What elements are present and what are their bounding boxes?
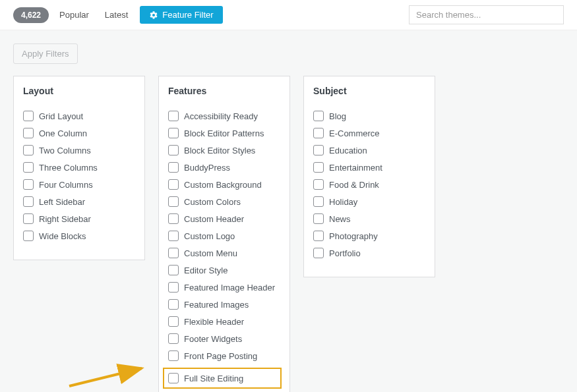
filter-option-label: Full Site Editing [184,374,243,383]
filter-option-label: Right Sidebar [39,214,91,224]
filter-option-label: Education [329,146,367,155]
filter-option-label: Featured Image Header [184,283,275,293]
filter-checkbox[interactable] [168,248,179,258]
filter-option[interactable]: Three Columns [23,162,135,173]
tab-popular[interactable]: Popular [51,6,97,24]
filter-option-label: Custom Background [184,180,262,190]
filter-option-label: Portfolio [329,248,361,258]
filter-checkbox[interactable] [168,196,179,207]
filter-option-label: Custom Colors [184,197,241,207]
filter-checkbox[interactable] [168,111,179,121]
filter-option[interactable]: BuddyPress [168,162,280,173]
filter-checkbox[interactable] [313,145,324,155]
filter-option[interactable]: Left Sidebar [23,196,135,207]
filter-option[interactable]: Education [313,145,425,155]
filter-checkbox[interactable] [23,111,34,121]
filter-option[interactable]: Featured Images [168,299,280,310]
filter-option[interactable]: Custom Header [168,213,280,224]
filter-option[interactable]: One Column [23,128,135,138]
feature-filter-button[interactable]: Feature Filter [140,6,222,24]
filter-checkbox[interactable] [23,145,34,155]
filter-option-label: Blog [329,111,346,121]
filter-option[interactable]: Holiday [313,196,425,207]
filter-option[interactable]: Custom Background [168,179,280,190]
filter-checkbox[interactable] [168,179,179,190]
filter-checkbox[interactable] [168,333,179,344]
filter-checkbox[interactable] [168,282,179,293]
filter-option[interactable]: Food & Drink [313,179,425,190]
filter-checkbox[interactable] [313,162,324,173]
filter-option[interactable]: Blog [313,111,425,121]
filter-option-label: Three Columns [39,163,98,173]
filter-option-label: One Column [39,128,87,138]
apply-filters-button[interactable]: Apply Filters [13,43,78,64]
filter-option-label: E-Commerce [329,128,380,138]
filter-option[interactable]: Custom Colors [168,196,280,207]
filter-option[interactable]: Block Editor Patterns [168,128,280,138]
tab-latest[interactable]: Latest [97,6,136,24]
layout-column: Layout Grid LayoutOne ColumnTwo ColumnsT… [13,76,145,260]
filter-checkbox[interactable] [23,213,34,224]
filter-checkbox[interactable] [23,231,34,241]
filter-checkbox[interactable] [168,316,179,327]
filter-checkbox[interactable] [313,128,324,138]
filter-checkbox[interactable] [168,213,179,224]
filter-checkbox[interactable] [168,299,179,310]
filter-option[interactable]: Entertainment [313,162,425,173]
filter-option[interactable]: Four Columns [23,179,135,190]
search-input[interactable] [409,5,564,24]
filter-option[interactable]: Full Site Editing [163,368,282,389]
filter-option[interactable]: Footer Widgets [168,333,280,344]
filter-option-label: Entertainment [329,163,382,173]
filter-option[interactable]: Wide Blocks [23,231,135,241]
filter-option[interactable]: Grid Layout [23,111,135,121]
filter-option[interactable]: Accessibility Ready [168,111,280,121]
filter-checkbox[interactable] [23,179,34,190]
filter-option-label: Footer Widgets [184,334,242,344]
filter-option[interactable]: Editor Style [168,265,280,275]
filter-checkbox[interactable] [168,373,179,383]
theme-count-badge: 4,622 [13,7,49,23]
filter-option-label: Block Editor Patterns [184,128,264,138]
filter-option[interactable]: E-Commerce [313,128,425,138]
filter-checkbox[interactable] [23,162,34,173]
filter-option-label: Block Editor Styles [184,146,255,155]
subject-heading: Subject [313,86,425,96]
filter-option-label: Featured Images [184,300,249,310]
filter-body: Apply Filters Layout Grid LayoutOne Colu… [0,30,577,392]
filter-checkbox[interactable] [168,145,179,155]
filter-checkbox[interactable] [313,179,324,190]
filter-checkbox[interactable] [168,162,179,173]
filter-checkbox[interactable] [23,196,34,207]
filter-checkbox[interactable] [168,265,179,275]
filter-checkbox[interactable] [23,128,34,138]
filter-checkbox[interactable] [313,248,324,258]
filter-option-label: Custom Menu [184,248,237,258]
filter-option[interactable]: Two Columns [23,145,135,155]
filter-checkbox[interactable] [168,231,179,241]
filter-option-label: Left Sidebar [39,197,85,207]
filter-option[interactable]: Flexible Header [168,316,280,327]
filter-option[interactable]: Right Sidebar [23,213,135,224]
feature-filter-label: Feature Filter [162,10,213,20]
filter-option-label: Front Page Posting [184,351,257,361]
filter-checkbox[interactable] [168,128,179,138]
filter-option[interactable]: Photography [313,231,425,241]
filter-option[interactable]: Custom Logo [168,231,280,241]
filter-checkbox[interactable] [313,196,324,207]
filter-option-label: Holiday [329,197,357,207]
filter-option[interactable]: Front Page Posting [168,350,280,361]
filter-option[interactable]: News [313,213,425,224]
filter-option-label: Wide Blocks [39,231,86,241]
filter-option-label: Custom Header [184,214,244,224]
filter-option[interactable]: Portfolio [313,248,425,258]
filter-checkbox[interactable] [168,350,179,361]
filter-option[interactable]: Block Editor Styles [168,145,280,155]
filter-checkbox[interactable] [313,111,324,121]
filter-checkbox[interactable] [313,231,324,241]
filter-option[interactable]: Custom Menu [168,248,280,258]
layout-heading: Layout [23,86,135,96]
filter-checkbox[interactable] [313,213,324,224]
filter-option-label: News [329,214,351,224]
filter-option[interactable]: Featured Image Header [168,282,280,293]
